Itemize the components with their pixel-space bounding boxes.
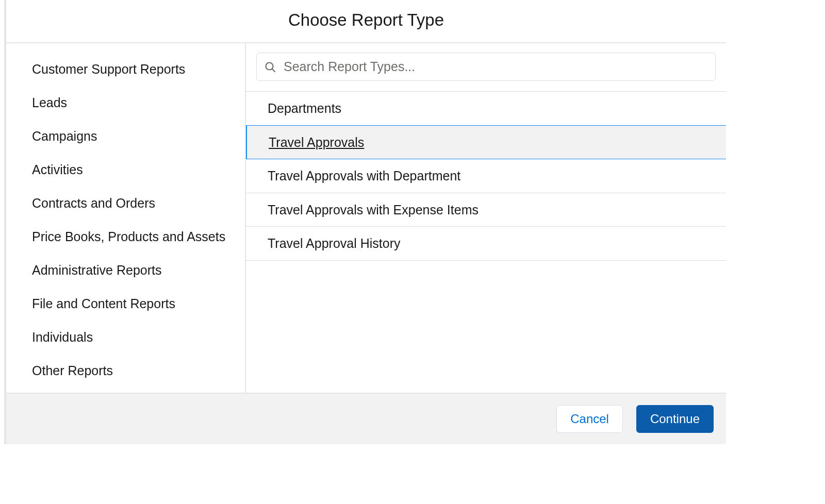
sidebar-item-price-books-products-assets[interactable]: Price Books, Products and Assets: [6, 220, 245, 254]
svg-line-1: [272, 69, 275, 72]
search-wrapper: [246, 43, 726, 91]
modal-footer: Cancel Continue: [6, 393, 726, 444]
sidebar-item-label: Individuals: [32, 330, 93, 344]
search-box[interactable]: [256, 53, 716, 81]
report-type-item-travel-approvals-department[interactable]: Travel Approvals with Department: [246, 159, 726, 193]
list-item-label: Travel Approvals: [269, 135, 364, 149]
sidebar-item-label: Campaigns: [32, 129, 97, 143]
sidebar-item-file-content-reports[interactable]: File and Content Reports: [6, 287, 245, 321]
sidebar-item-label: Leads: [32, 95, 67, 110]
modal-title: Choose Report Type: [6, 10, 726, 30]
list-item-label: Departments: [268, 101, 341, 115]
sidebar-item-leads[interactable]: Leads: [6, 86, 245, 120]
sidebar-item-customer-support-reports[interactable]: Customer Support Reports: [6, 53, 245, 86]
category-sidebar: Customer Support Reports Leads Campaigns…: [6, 43, 246, 393]
main-panel: Departments Travel Approvals Travel Appr…: [246, 43, 726, 393]
report-type-list: Departments Travel Approvals Travel Appr…: [246, 91, 726, 261]
sidebar-item-label: Customer Support Reports: [32, 62, 185, 76]
list-item-label: Travel Approvals with Department: [268, 169, 460, 183]
sidebar-item-label: Administrative Reports: [32, 263, 161, 277]
continue-button[interactable]: Continue: [636, 405, 714, 433]
modal-header: Choose Report Type: [6, 0, 726, 43]
sidebar-item-label: Other Reports: [32, 363, 113, 378]
sidebar-item-label: File and Content Reports: [32, 296, 175, 311]
report-type-item-travel-approval-history[interactable]: Travel Approval History: [246, 227, 726, 261]
choose-report-type-modal: Choose Report Type Customer Support Repo…: [4, 0, 726, 444]
cancel-button[interactable]: Cancel: [556, 405, 623, 433]
search-icon: [264, 61, 276, 73]
sidebar-item-label: Contracts and Orders: [32, 196, 155, 210]
search-input[interactable]: [284, 59, 708, 74]
sidebar-item-campaigns[interactable]: Campaigns: [6, 120, 245, 153]
list-item-label: Travel Approval History: [268, 236, 401, 250]
report-type-item-travel-approvals[interactable]: Travel Approvals: [246, 125, 726, 160]
sidebar-item-contracts-and-orders[interactable]: Contracts and Orders: [6, 187, 245, 220]
list-item-label: Travel Approvals with Expense Items: [268, 203, 478, 217]
sidebar-item-other-reports[interactable]: Other Reports: [6, 354, 245, 388]
sidebar-item-label: Price Books, Products and Assets: [32, 229, 225, 244]
sidebar-item-label: Activities: [32, 162, 83, 177]
sidebar-item-individuals[interactable]: Individuals: [6, 321, 245, 354]
report-type-item-travel-approvals-expense-items[interactable]: Travel Approvals with Expense Items: [246, 193, 726, 227]
sidebar-item-administrative-reports[interactable]: Administrative Reports: [6, 254, 245, 287]
sidebar-item-activities[interactable]: Activities: [6, 153, 245, 187]
modal-body: Customer Support Reports Leads Campaigns…: [6, 43, 726, 393]
report-type-item-departments[interactable]: Departments: [246, 92, 726, 126]
